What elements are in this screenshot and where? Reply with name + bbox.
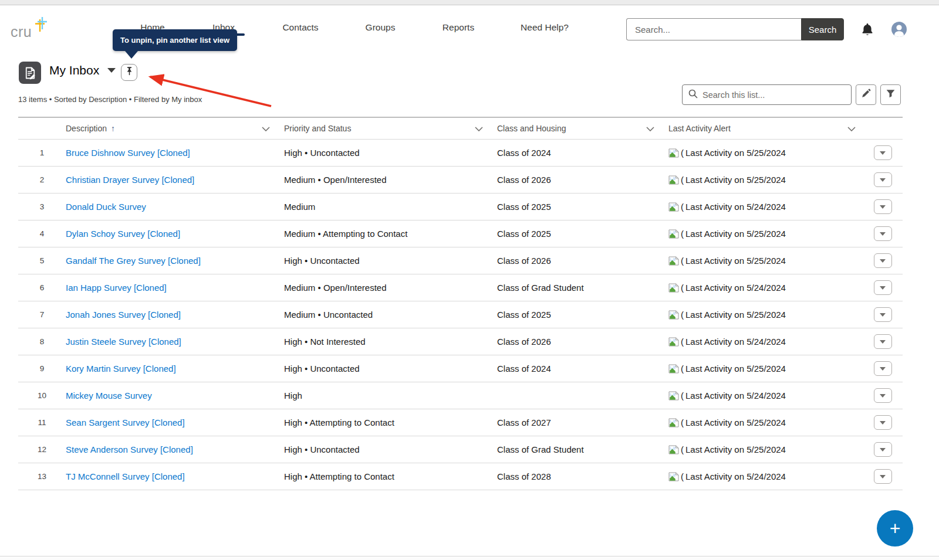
chevron-down-icon[interactable] [262,124,270,133]
row-actions-button[interactable] [874,145,892,160]
broken-image-icon [668,202,679,212]
nav-item-need-help[interactable]: Need Help? [521,22,569,33]
row-actions-button[interactable] [874,334,892,349]
priority-status-cell: High • Attempting to Contact [277,471,490,481]
priority-status-cell: Medium • Open/Interested [277,175,490,185]
row-actions-button[interactable] [874,442,892,457]
record-link[interactable]: Mickey Mouse Survey [66,391,152,401]
last-activity-text: Last Activity on 5/25/2024 [685,418,786,427]
alert-prefix: ( [681,148,684,158]
row-actions-button[interactable] [874,307,892,322]
class-housing-cell: Class of Grad Student [490,283,661,293]
nav-item-contacts[interactable]: Contacts [282,22,318,33]
broken-image-icon [668,283,679,293]
plus-icon: + [890,519,901,538]
chevron-down-icon[interactable] [475,124,483,133]
alert-prefix: ( [681,175,684,185]
record-link[interactable]: Kory Martin Survey [Cloned] [66,364,176,374]
row-actions-button[interactable] [874,388,892,403]
last-activity-cell: ( Last Activity on 5/25/2024 [661,229,863,239]
chevron-down-icon [880,394,886,398]
filter-icon [886,89,896,101]
last-activity-cell: ( Last Activity on 5/25/2024 [661,256,863,266]
row-actions-button[interactable] [874,226,892,241]
alert-prefix: ( [681,283,684,293]
row-number: 4 [18,229,66,238]
broken-image-icon [668,148,679,158]
column-header-last-activity[interactable]: Last Activity Alert [661,118,863,139]
record-link[interactable]: TJ McConnell Survey [Cloned] [66,471,185,481]
pin-button[interactable] [121,64,137,81]
chevron-down-icon [880,205,886,209]
broken-image-icon [668,175,679,185]
arrow-up-icon: ↑ [111,124,115,133]
last-activity-cell: ( Last Activity on 5/24/2024 [661,391,863,401]
add-record-fab[interactable]: + [877,510,913,547]
table-row: 12 Steve Anderson Survey [Cloned] High •… [18,436,903,463]
alert-prefix: ( [681,337,684,347]
record-link[interactable]: Ian Happ Survey [Cloned] [66,283,167,293]
global-search-input[interactable] [626,18,801,40]
list-view-selector[interactable]: My Inbox [49,63,116,77]
class-housing-cell: Class of 2026 [490,175,661,185]
row-actions-button[interactable] [874,415,892,430]
global-search-button[interactable]: Search [801,18,844,40]
broken-image-icon [668,310,679,320]
row-actions-button[interactable] [874,280,892,295]
record-link[interactable]: Dylan Schoy Survey [Cloned] [66,229,180,239]
window-bottom-edge [0,556,939,560]
list-view-icon [19,62,41,84]
record-link[interactable]: Steve Anderson Survey [Cloned] [66,444,193,454]
chevron-down-icon[interactable] [847,124,856,133]
class-housing-cell: Class of Grad Student [490,444,661,454]
last-activity-text: Last Activity on 5/25/2024 [685,310,786,320]
record-link[interactable]: Gandalf The Grey Survey [Cloned] [66,256,201,266]
column-header-description[interactable]: Description↑ [66,118,277,139]
filter-button[interactable] [880,84,901,105]
chevron-down-icon [880,259,886,263]
record-link[interactable]: Christian Drayer Survey [Cloned] [66,175,194,185]
chevron-down-icon [107,68,116,73]
row-number: 2 [18,175,66,184]
row-actions-button[interactable] [874,469,892,484]
row-actions-button[interactable] [874,199,892,214]
class-housing-cell: Class of 2026 [490,256,661,266]
nav-item-groups[interactable]: Groups [366,22,396,33]
class-housing-cell: Class of 2028 [490,471,661,481]
record-link[interactable]: Jonah Jones Survey [Cloned] [66,310,181,320]
last-activity-text: Last Activity on 5/24/2024 [685,337,786,347]
list-search-input[interactable] [702,90,845,100]
last-activity-cell: ( Last Activity on 5/25/2024 [661,364,863,374]
row-actions-button[interactable] [874,253,892,268]
chevron-down-icon [880,151,886,155]
alert-prefix: ( [681,391,684,401]
priority-status-cell: High [277,391,490,401]
cru-logo[interactable]: cru [11,16,52,42]
class-housing-cell: Class of 2025 [490,202,661,212]
unpin-tooltip-text: To unpin, pin another list view [120,36,229,45]
record-link[interactable]: Bruce Dishnow Survey [Cloned] [66,148,190,158]
user-avatar-icon[interactable] [891,21,907,38]
row-number: 10 [18,391,66,400]
last-activity-cell: ( Last Activity on 5/24/2024 [661,471,863,481]
record-link[interactable]: Donald Duck Survey [66,202,146,212]
row-actions-button[interactable] [874,172,892,187]
row-number: 5 [18,256,66,265]
row-number: 13 [18,472,66,481]
chevron-down-icon [880,313,886,317]
last-activity-text: Last Activity on 5/24/2024 [685,471,786,481]
search-icon [688,89,698,101]
record-link[interactable]: Justin Steele Survey [Cloned] [66,337,181,347]
table-row: 10 Mickey Mouse Survey High ( Last Activ… [18,382,903,409]
chevron-down-icon[interactable] [646,124,654,133]
bell-icon[interactable] [861,22,874,36]
edit-list-button[interactable] [856,84,876,105]
column-header-priority-status[interactable]: Priority and Status [277,118,490,139]
nav-item-reports[interactable]: Reports [443,22,474,33]
record-link[interactable]: Sean Sargent Survey [Cloned] [66,418,185,427]
row-actions-button[interactable] [874,361,892,376]
priority-status-cell: High • Uncontacted [277,256,490,266]
column-header-class-housing[interactable]: Class and Housing [490,118,661,139]
last-activity-text: Last Activity on 5/25/2024 [685,256,786,266]
row-number: 1 [18,148,66,157]
